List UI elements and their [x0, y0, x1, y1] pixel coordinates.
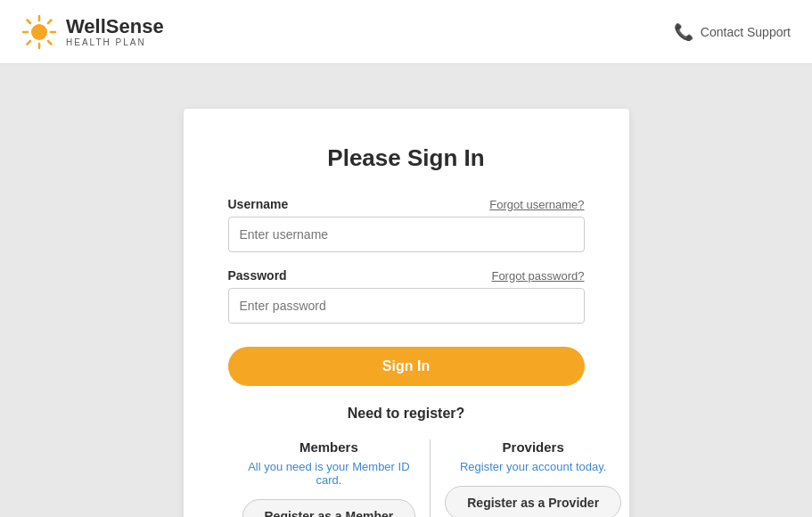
members-desc: All you need is your Member ID card.: [242, 460, 416, 487]
svg-line-5: [28, 20, 31, 23]
username-label: Username: [228, 197, 289, 211]
contact-support-link[interactable]: 📞 Contact Support: [674, 22, 791, 42]
phone-icon: 📞: [674, 22, 693, 42]
password-label: Password: [228, 268, 287, 283]
username-field-header: Username Forgot username?: [228, 197, 585, 211]
svg-line-8: [28, 41, 31, 45]
contact-support-label: Contact Support: [701, 25, 791, 39]
username-input[interactable]: [228, 217, 585, 252]
forgot-username-link[interactable]: Forgot username?: [489, 198, 584, 211]
password-input[interactable]: [228, 288, 585, 324]
brand-name: WellSense: [66, 16, 164, 37]
need-register-heading: Need to register?: [228, 406, 585, 422]
svg-line-7: [48, 20, 52, 23]
card-title: Please Sign In: [228, 144, 585, 172]
register-provider-button[interactable]: Register as a Provider: [445, 486, 621, 517]
logo-area: WellSense HEALTH PLAN: [21, 14, 164, 50]
register-member-button[interactable]: Register as a Member: [242, 499, 416, 517]
signin-button[interactable]: Sign In: [228, 347, 585, 386]
wellsense-logo-icon: [21, 14, 57, 50]
brand-sub: HEALTH PLAN: [66, 37, 164, 47]
providers-title: Providers: [503, 439, 564, 455]
members-title: Members: [299, 439, 358, 455]
signin-card: Please Sign In Username Forgot username?…: [184, 109, 629, 517]
password-field-header: Password Forgot password?: [228, 268, 585, 283]
main-content: Please Sign In Username Forgot username?…: [0, 64, 812, 517]
header: WellSense HEALTH PLAN 📞 Contact Support: [0, 0, 812, 64]
svg-point-0: [31, 24, 47, 40]
logo-text: WellSense HEALTH PLAN: [66, 16, 164, 47]
members-col: Members All you need is your Member ID c…: [228, 439, 431, 517]
providers-desc: Register your account today.: [460, 460, 607, 473]
providers-col: Providers Register your account today. R…: [431, 439, 636, 517]
svg-line-6: [48, 41, 52, 45]
register-section: Members All you need is your Member ID c…: [228, 439, 585, 517]
forgot-password-link[interactable]: Forgot password?: [491, 269, 584, 283]
